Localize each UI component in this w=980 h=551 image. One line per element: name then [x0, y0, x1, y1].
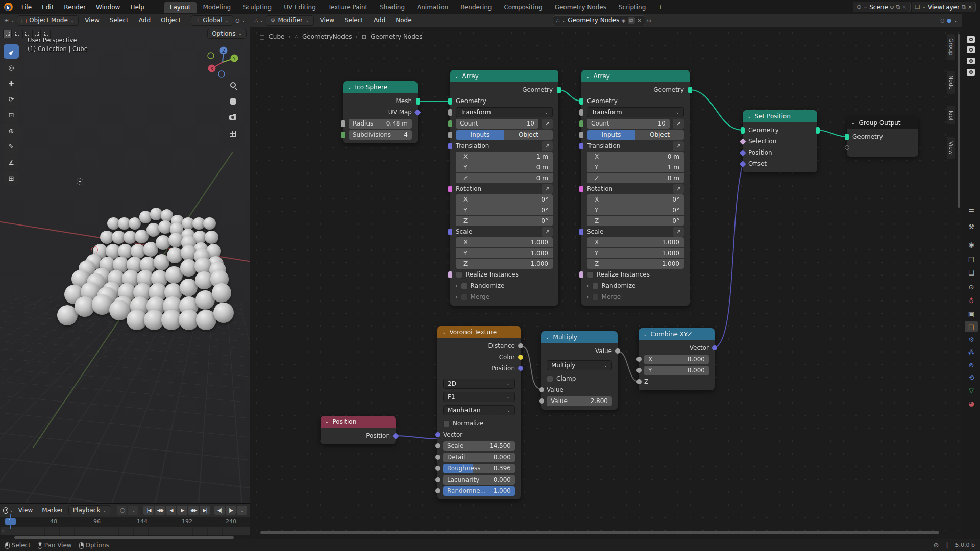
ne-menu-node[interactable]: Node: [391, 15, 415, 26]
randomize-checkbox[interactable]: [461, 283, 468, 289]
socket-value1-in[interactable]: [539, 387, 544, 392]
randomize-checkbox[interactable]: [592, 283, 599, 289]
tab-render[interactable]: ◉: [965, 239, 978, 250]
tool-annotate[interactable]: ✎: [4, 139, 19, 154]
camera-icon[interactable]: [967, 69, 975, 76]
frame-ruler[interactable]: 48 96 144 192 240 1: [0, 517, 250, 527]
node-group-datablock[interactable]: ∴ ⌄ Geometry Nodes ◈ ⧉ ×: [553, 15, 645, 26]
count-row[interactable]: Count10 ↗: [581, 118, 690, 129]
sidebar-tab-view[interactable]: View: [947, 137, 955, 159]
ne-menu-select[interactable]: Select: [340, 15, 368, 26]
tab-world[interactable]: ♁: [965, 295, 978, 306]
x-row[interactable]: X0.000: [639, 354, 715, 365]
camera-view-button[interactable]: [227, 112, 238, 123]
value-field-value[interactable]: 2.800: [591, 397, 608, 405]
viewport-scene[interactable]: [0, 14, 250, 503]
play-reverse-button[interactable]: ◀: [166, 506, 176, 515]
socket-randomness-in[interactable]: [435, 488, 440, 493]
socket-scale-in[interactable]: [448, 229, 452, 235]
randomize-panel-row[interactable]: › Randomize: [450, 280, 558, 291]
socket-y-in[interactable]: [636, 368, 642, 373]
channel-expand-icon[interactable]: ›: [2, 529, 4, 533]
chevron-down-icon[interactable]: ⌄: [241, 18, 246, 23]
tool-scale[interactable]: ⊡: [4, 108, 19, 122]
workspace-tab-modeling[interactable]: Modeling: [198, 2, 237, 13]
workspace-tab-animation[interactable]: Animation: [411, 2, 454, 13]
socket-geometry-in[interactable]: [579, 98, 583, 105]
new-scene-icon[interactable]: ⧉: [896, 4, 900, 10]
viewport-3d[interactable]: ⊞ ⌄ ▢ Object Mode ⌄ View Select Add Obje…: [0, 14, 250, 503]
dimensions-dropdown[interactable]: 2D⌄: [437, 378, 521, 389]
frame-forward-button[interactable]: |▶: [226, 506, 236, 515]
fake-user-shield-icon[interactable]: ◈: [621, 18, 625, 23]
randomize-panel-row[interactable]: › Randomize: [581, 280, 690, 291]
socket-menu-in[interactable]: [579, 109, 583, 116]
timeline-editor-icon[interactable]: [3, 507, 8, 514]
node-header[interactable]: ⌄ Group Output: [847, 117, 918, 129]
socket-value2-in[interactable]: [539, 398, 544, 404]
x-value[interactable]: 0.000: [688, 356, 705, 363]
workspace-tab-layout[interactable]: Layout: [164, 2, 197, 13]
tab-object[interactable]: □: [965, 321, 978, 332]
collapse-icon[interactable]: ⌄: [455, 74, 459, 79]
remove-viewlayer-icon[interactable]: ×: [968, 4, 972, 10]
translation-vector[interactable]: X1 m Y0 m Z0 m: [456, 152, 553, 183]
socket-toggle-in[interactable]: [448, 132, 452, 138]
rotation-x[interactable]: 0°: [672, 196, 679, 203]
value2-row[interactable]: Value2.800: [541, 395, 618, 407]
vp-menu-view[interactable]: View: [81, 15, 103, 26]
blender-logo-icon[interactable]: [4, 3, 13, 11]
socket-detail-in[interactable]: [435, 455, 440, 460]
scale-vector[interactable]: X1.000 Y1.000 Z1.000: [587, 237, 684, 269]
socket-subdivisions-in[interactable]: [341, 132, 345, 138]
node-combine-xyz[interactable]: ⌄ Combine XYZ Vector X0.000 Y0.000 Z: [639, 328, 715, 390]
auto-key-dropdown[interactable]: ⌄: [128, 506, 138, 515]
socket-toggle-in[interactable]: [579, 132, 583, 138]
node-tree-type-dropdown[interactable]: ⚙ Modifier ⌄: [266, 15, 314, 26]
playhead[interactable]: [10, 514, 11, 529]
collapse-icon[interactable]: ⌄: [643, 332, 647, 337]
rotation-x[interactable]: 0°: [541, 196, 548, 203]
tab-physics[interactable]: ⊚: [965, 359, 978, 370]
workspace-tab-compositing[interactable]: Compositing: [498, 2, 548, 13]
node-header[interactable]: ⌄ Ico Sphere: [343, 81, 418, 93]
v-scrollbar[interactable]: [958, 34, 960, 208]
collapse-icon[interactable]: ⌄: [851, 121, 855, 126]
socket-radius-in[interactable]: [341, 120, 345, 127]
socket-geometry-out[interactable]: [816, 127, 820, 134]
rotation-y[interactable]: 0°: [541, 207, 548, 214]
sidebar-tab-group[interactable]: Group: [947, 34, 955, 60]
play-button[interactable]: ▶: [177, 506, 187, 515]
socket-roughness-in[interactable]: [435, 466, 440, 471]
tool-select-box[interactable]: ►: [4, 44, 19, 59]
node-header[interactable]: ⌄ Voronoi Texture: [437, 326, 521, 338]
pan-button[interactable]: [227, 95, 238, 107]
snap-magnet-icon[interactable]: Ω: [940, 18, 944, 23]
chevron-down-icon[interactable]: ⌄: [953, 18, 958, 23]
socket-vector-in[interactable]: [435, 432, 440, 437]
overlays-icon[interactable]: ●: [947, 18, 952, 23]
randomness-value[interactable]: 1.000: [494, 487, 511, 494]
socket-menu-in[interactable]: [448, 109, 452, 116]
playback-sync-dropdown[interactable]: ⌄: [237, 506, 247, 515]
node-array-1[interactable]: ⌄ Array Geometry Geometry Transform⌄ Cou…: [450, 70, 558, 306]
camera-icon[interactable]: [967, 58, 975, 64]
socket-mesh-out[interactable]: [416, 98, 420, 105]
toggle-inputs[interactable]: Inputs: [456, 130, 504, 140]
select-mode-intersect[interactable]: [42, 30, 51, 38]
transform-menu-row[interactable]: Transform⌄: [581, 107, 690, 118]
toggle-inputs[interactable]: Inputs: [587, 130, 635, 140]
rotation-z[interactable]: 0°: [672, 217, 679, 224]
count-value[interactable]: 10: [527, 120, 534, 127]
timeline-scrollbar[interactable]: [0, 535, 250, 539]
tool-rotate[interactable]: ⟳: [4, 92, 19, 106]
frame-back-button[interactable]: ◀|: [214, 506, 225, 515]
select-mode-extend[interactable]: [13, 30, 21, 38]
rotation-vector[interactable]: X0° Y0° Z0°: [456, 194, 553, 226]
scale-row[interactable]: Scale14.500: [437, 440, 521, 452]
realize-checkbox[interactable]: [456, 271, 462, 278]
tab-particles[interactable]: ⁂: [965, 346, 978, 358]
workspace-tab-texture-paint[interactable]: Texture Paint: [323, 2, 373, 13]
attribute-toggle-button[interactable]: ↗: [542, 119, 553, 129]
toggle-object[interactable]: Object: [504, 130, 553, 140]
